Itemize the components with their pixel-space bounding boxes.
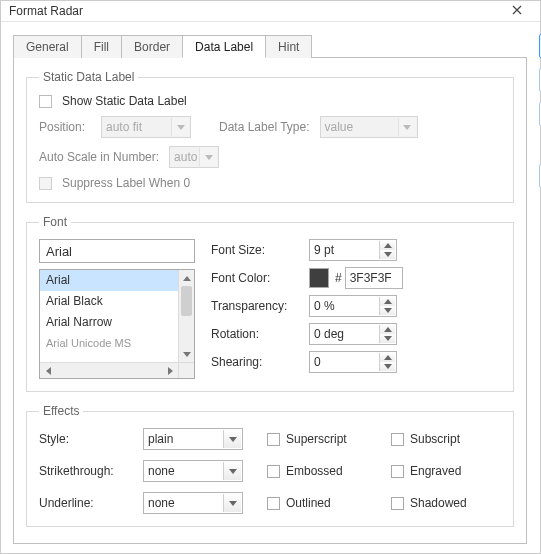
titlebar: Format Radar	[1, 1, 540, 22]
tab-hint[interactable]: Hint	[265, 35, 312, 58]
outlined-checkbox[interactable]	[267, 497, 280, 510]
shadowed-checkbox[interactable]	[391, 497, 404, 510]
style-label: Style:	[39, 432, 129, 446]
scroll-up-icon[interactable]	[179, 270, 194, 286]
subscript-checkbox[interactable]	[391, 433, 404, 446]
position-select: auto fit	[101, 116, 191, 138]
effects-legend: Effects	[39, 404, 83, 418]
scroll-left-icon[interactable]	[40, 363, 56, 378]
suppress-checkbox	[39, 177, 52, 190]
main-area: General Fill Border Data Label Hint Stat…	[13, 34, 527, 544]
spin-up-icon[interactable]	[380, 297, 395, 306]
style-value: plain	[148, 432, 173, 446]
chevron-down-icon	[223, 430, 241, 448]
font-list-items: Arial Arial Black Arial Narrow Arial Uni…	[40, 270, 178, 362]
style-select[interactable]: plain	[143, 428, 243, 450]
auto-scale-label: Auto Scale in Number:	[39, 150, 159, 164]
engraved-label: Engraved	[410, 464, 461, 478]
static-data-label-legend: Static Data Label	[39, 70, 138, 84]
tab-data-label[interactable]: Data Label	[182, 35, 266, 58]
transparency-spinner[interactable]: 0 %	[309, 295, 397, 317]
spin-up-icon[interactable]	[380, 353, 395, 362]
outlined-label: Outlined	[286, 496, 331, 510]
scroll-thumb[interactable]	[181, 286, 192, 316]
close-button[interactable]	[502, 1, 532, 21]
rotation-spinner[interactable]: 0 deg	[309, 323, 397, 345]
underline-value: none	[148, 496, 175, 510]
show-static-label: Show Static Data Label	[62, 94, 187, 108]
position-value: auto fit	[106, 120, 142, 134]
chevron-down-icon	[223, 494, 241, 512]
underline-label: Underline:	[39, 496, 129, 510]
rotation-value: 0 deg	[314, 327, 344, 341]
shearing-label: Shearing:	[211, 355, 301, 369]
auto-scale-value: auto	[174, 150, 197, 164]
list-item[interactable]: Arial Black	[40, 291, 178, 312]
dialog-window: Format Radar General Fill Border Data La…	[0, 0, 541, 554]
list-item[interactable]: Arial Narrow	[40, 312, 178, 333]
data-label-type-select: value	[320, 116, 418, 138]
font-size-label: Font Size:	[211, 243, 301, 257]
list-item[interactable]: Arial Unicode MS	[40, 333, 178, 354]
spin-down-icon[interactable]	[380, 306, 395, 315]
shearing-spinner[interactable]: 0	[309, 351, 397, 373]
tab-fill[interactable]: Fill	[81, 35, 122, 58]
suppress-label: Suppress Label When 0	[62, 176, 190, 190]
strikethrough-value: none	[148, 464, 175, 478]
embossed-checkbox[interactable]	[267, 465, 280, 478]
subscript-label: Subscript	[410, 432, 460, 446]
shearing-value: 0	[314, 355, 321, 369]
font-props-column: Font Size: 9 pt Font Color: #	[211, 239, 501, 379]
scroll-down-icon[interactable]	[179, 346, 194, 362]
scroll-right-icon[interactable]	[162, 363, 178, 378]
font-family-column: Arial Arial Arial Black Arial Narrow Ari…	[39, 239, 195, 379]
font-color-label: Font Color:	[211, 271, 301, 285]
vertical-scrollbar[interactable]	[178, 270, 194, 362]
close-icon	[512, 5, 522, 15]
tab-general[interactable]: General	[13, 35, 82, 58]
spin-up-icon[interactable]	[380, 325, 395, 334]
color-hex-input[interactable]: 3F3F3F	[345, 267, 403, 289]
chevron-down-icon	[199, 148, 217, 166]
superscript-label: Superscript	[286, 432, 347, 446]
dialog-body: General Fill Border Data Label Hint Stat…	[1, 22, 540, 554]
position-label: Position:	[39, 120, 91, 134]
engraved-checkbox[interactable]	[391, 465, 404, 478]
data-label-type-label: Data Label Type:	[219, 120, 310, 134]
chevron-down-icon	[223, 462, 241, 480]
strikethrough-label: Strikethrough:	[39, 464, 129, 478]
font-size-spinner[interactable]: 9 pt	[309, 239, 397, 261]
transparency-label: Transparency:	[211, 299, 301, 313]
color-swatch[interactable]	[309, 268, 329, 288]
data-label-type-value: value	[325, 120, 354, 134]
font-family-value: Arial	[46, 244, 72, 259]
window-title: Format Radar	[9, 4, 502, 18]
spin-up-icon[interactable]	[380, 241, 395, 250]
auto-scale-select: auto	[169, 146, 219, 168]
rotation-label: Rotation:	[211, 327, 301, 341]
font-legend: Font	[39, 215, 71, 229]
font-size-value: 9 pt	[314, 243, 334, 257]
spin-down-icon[interactable]	[380, 362, 395, 371]
tab-border[interactable]: Border	[121, 35, 183, 58]
transparency-value: 0 %	[314, 299, 335, 313]
font-family-list[interactable]: Arial Arial Black Arial Narrow Arial Uni…	[39, 269, 195, 379]
font-group: Font Arial Arial Arial Black Arial Narro…	[26, 215, 514, 392]
show-static-checkbox[interactable]	[39, 95, 52, 108]
tab-bar: General Fill Border Data Label Hint	[13, 34, 527, 58]
superscript-checkbox[interactable]	[267, 433, 280, 446]
font-family-input[interactable]: Arial	[39, 239, 195, 263]
tab-panel: Static Data Label Show Static Data Label…	[13, 58, 527, 544]
chevron-down-icon	[171, 118, 189, 136]
list-item[interactable]: Arial	[40, 270, 178, 291]
underline-select[interactable]: none	[143, 492, 243, 514]
strikethrough-select[interactable]: none	[143, 460, 243, 482]
spin-down-icon[interactable]	[380, 250, 395, 259]
horizontal-scrollbar[interactable]	[40, 362, 178, 378]
spin-down-icon[interactable]	[380, 334, 395, 343]
hash-symbol: #	[335, 271, 342, 285]
chevron-down-icon	[398, 118, 416, 136]
static-data-label-group: Static Data Label Show Static Data Label…	[26, 70, 514, 203]
scroll-corner	[178, 362, 194, 378]
shadowed-label: Shadowed	[410, 496, 467, 510]
